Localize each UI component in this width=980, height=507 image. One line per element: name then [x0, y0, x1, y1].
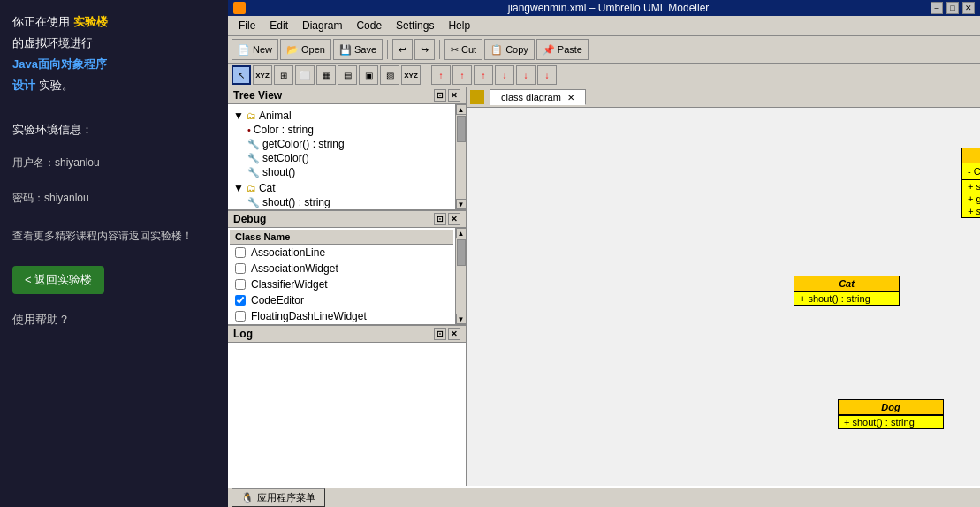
redo-button[interactable]: ↪ [414, 39, 435, 60]
animal-field-color: - Color : string [968, 165, 980, 178]
menu-help[interactable]: Help [441, 18, 477, 34]
draw-tool-5[interactable]: ▤ [338, 65, 357, 85]
debug-close-btn[interactable]: ✕ [448, 213, 460, 225]
debug-check-2[interactable] [235, 279, 246, 290]
tree-content: ▼ 🗂 Animal • Color : string 🔧 [228, 104, 455, 209]
undo-button[interactable]: ↩ [392, 39, 413, 60]
copy-label: Copy [505, 44, 528, 55]
draw-tool-3[interactable]: ⬜ [295, 65, 315, 85]
tree-scroll-up[interactable]: ▲ [456, 104, 467, 115]
debug-undock-btn[interactable]: ⊡ [434, 213, 446, 225]
method-icon-shout-cat: 🔧 [247, 197, 260, 208]
debug-scrollbar: ▲ ▼ [455, 228, 466, 324]
draw-tool-4[interactable]: ▦ [316, 65, 336, 85]
arrow-down-1[interactable]: ↓ [495, 65, 514, 85]
uml-class-dog[interactable]: Dog + shout() : string [838, 399, 944, 429]
cut-button[interactable]: ✂ Cut [444, 39, 482, 60]
debug-label-4: FloatingDashLineWidget [251, 310, 367, 322]
tree-item-color[interactable]: • Color : string [246, 123, 452, 137]
arrow-up-2[interactable]: ↑ [452, 65, 472, 85]
tree-label-shout-cat: shout() : string [262, 196, 330, 208]
paste-button[interactable]: 📌 Paste [536, 39, 589, 60]
cat-method-shout: + shout() : string [794, 292, 899, 305]
tree-item-shout-cat[interactable]: 🔧 shout() : string [246, 195, 452, 209]
log-close-btn[interactable]: ✕ [448, 328, 460, 340]
arrow-up-1[interactable]: ↑ [431, 65, 451, 85]
xyz-btn-2[interactable]: XYZ [401, 65, 421, 85]
log-panel-controls: ⊡ ✕ [434, 328, 460, 340]
menu-file[interactable]: File [232, 18, 262, 34]
debug-panel: Debug ⊡ ✕ Class Name AssociationLine [228, 211, 466, 326]
debug-check-1[interactable] [235, 263, 246, 274]
cut-label: Cut [461, 44, 476, 55]
sidebar-help: 使用帮助？ [12, 312, 216, 328]
debug-scroll-down[interactable]: ▼ [456, 314, 467, 324]
debug-panel-title: Debug [233, 213, 266, 225]
cat-methods: + shout() : string [794, 291, 899, 305]
field-icon-color: • [247, 125, 251, 135]
tree-panel-header: Tree View ⊡ ✕ [228, 87, 466, 104]
arrow-down-3[interactable]: ↓ [537, 65, 557, 85]
sidebar-line2c: 实验。 [39, 79, 73, 92]
tab-class-diagram[interactable]: class diagram ✕ [490, 89, 586, 105]
menu-code[interactable]: Code [349, 18, 389, 34]
canvas[interactable]: Animal - Color : string + setColor() + g… [467, 108, 980, 487]
menu-settings[interactable]: Settings [389, 18, 441, 34]
open-button[interactable]: 📂 Open [280, 39, 331, 60]
debug-row-2: ClassifierWidget [230, 276, 453, 292]
debug-scroll-thumb[interactable] [457, 239, 466, 266]
tree-scroll-down[interactable]: ▼ [456, 199, 467, 209]
draw-tool-2[interactable]: ⊞ [274, 65, 293, 85]
tree-item-getcolor[interactable]: 🔧 getColor() : string [246, 137, 452, 151]
tree-undock-btn[interactable]: ⊡ [434, 89, 446, 102]
sidebar-line2bc: 设计 实验。 [12, 78, 216, 94]
arrow-down-2[interactable]: ↓ [516, 65, 536, 85]
draw-toolbar: ↖ XYZ ⊞ ⬜ ▦ ▤ ▣ ▧ XYZ ↑ ↑ ↑ ↓ ↓ ↓ [228, 64, 980, 87]
menu-diagram[interactable]: Diagram [295, 18, 349, 34]
tree-close-btn[interactable]: ✕ [448, 89, 460, 102]
uml-class-cat[interactable]: Cat + shout() : string [794, 276, 900, 306]
tree-panel-controls: ⊡ ✕ [434, 89, 460, 102]
save-button[interactable]: 💾 Save [333, 39, 383, 60]
tree-item-animal[interactable]: ▼ 🗂 Animal [232, 109, 452, 123]
tree-item-cat[interactable]: ▼ 🗂 Cat [232, 181, 452, 195]
tree-item-shout-animal[interactable]: 🔧 shout() [246, 165, 452, 179]
close-button[interactable]: ✕ [962, 2, 975, 14]
uml-class-animal[interactable]: Animal - Color : string + setColor() + g… [961, 148, 980, 218]
arrow-up-3[interactable]: ↑ [474, 65, 493, 85]
debug-row-4: FloatingDashLineWidget [230, 308, 453, 324]
debug-check-0[interactable] [235, 247, 246, 258]
new-button[interactable]: 📄 New [232, 39, 278, 60]
paste-icon: 📌 [543, 44, 555, 56]
tree-node-animal: ▼ 🗂 Animal • Color : string 🔧 [232, 108, 452, 180]
copy-button[interactable]: 📋 Copy [484, 39, 535, 60]
minimize-button[interactable]: – [931, 2, 943, 14]
cat-title: Cat [794, 276, 899, 291]
debug-label-1: AssociationWidget [251, 262, 338, 275]
debug-check-4[interactable] [235, 311, 246, 322]
draw-tool-6[interactable]: ▣ [359, 65, 378, 85]
tree-scroll-thumb[interactable] [457, 116, 466, 142]
tab-class-diagram-label: class diagram [501, 92, 561, 102]
animal-method-getcolor: + getColor() : string [962, 193, 980, 205]
select-tool[interactable]: ↖ [232, 65, 251, 85]
window-controls: – □ ✕ [931, 2, 975, 14]
dog-method-shout: + shout() : string [839, 416, 943, 428]
log-undock-btn[interactable]: ⊡ [434, 328, 446, 340]
animal-method-setcolor: + setColor() [962, 180, 980, 193]
title-text: jiangwenmin.xml – Umbrello UML Modeller [286, 2, 931, 14]
maximize-button[interactable]: □ [946, 2, 959, 14]
arrows-svg [467, 108, 980, 487]
draw-tool-7[interactable]: ▧ [380, 65, 399, 85]
debug-scroll-up[interactable]: ▲ [456, 228, 467, 238]
return-button[interactable]: < 返回实验楼 [12, 266, 104, 294]
xyz-btn-1[interactable]: XYZ [253, 65, 272, 85]
method-icon-getcolor: 🔧 [247, 139, 260, 150]
taskbar-app-menu[interactable]: 🐧 应用程序菜单 [232, 488, 325, 507]
debug-check-3[interactable] [235, 295, 246, 306]
tree-item-setcolor[interactable]: 🔧 setColor() [246, 151, 452, 165]
tab-close-icon[interactable]: ✕ [567, 93, 574, 102]
menu-edit[interactable]: Edit [262, 18, 295, 34]
open-label: Open [301, 44, 325, 55]
open-icon: 📂 [286, 44, 299, 56]
